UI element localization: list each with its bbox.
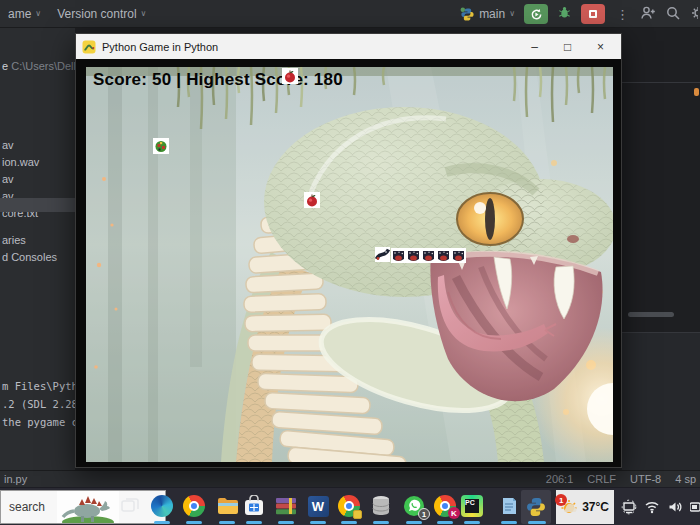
game-titlebar[interactable]: Python Game in Python – □ × xyxy=(76,34,621,59)
game-window-title: Python Game in Python xyxy=(102,41,218,53)
whatsapp-badge: 1 xyxy=(418,508,430,520)
food-apple-sprite xyxy=(304,192,320,208)
settings-button[interactable] xyxy=(690,5,698,24)
taskbar-app-store[interactable] xyxy=(241,493,267,519)
python-logo-icon xyxy=(525,496,547,518)
console-output-line: the pygame co xyxy=(2,416,75,428)
minimize-button[interactable]: – xyxy=(518,34,551,59)
system-tray xyxy=(600,490,700,524)
taskbar-app-pycharm[interactable]: PC xyxy=(459,493,485,519)
project-menu[interactable]: ame ∨ xyxy=(0,0,49,27)
tree-selected-row[interactable] xyxy=(0,198,75,212)
active-app-indicator xyxy=(154,521,170,524)
bug-icon xyxy=(557,5,572,20)
map-overlay-icon xyxy=(353,510,362,519)
active-app-indicator xyxy=(310,521,326,524)
tree-file-wav-1[interactable]: av xyxy=(2,139,14,151)
score-hud: Score: 50 | Highest Score: 180 xyxy=(93,70,343,90)
bonus-item-sprite xyxy=(153,138,169,154)
snake-head-sprite xyxy=(375,247,390,262)
stop-square-icon xyxy=(589,10,597,18)
search-everywhere-button[interactable] xyxy=(665,5,681,24)
editor-divider xyxy=(622,82,700,83)
project-panel: e C:\Users\Dell\D av ion.wav av av core.… xyxy=(0,28,75,470)
active-app-indicator xyxy=(186,521,202,524)
whatsapp-icon: 1 xyxy=(402,494,426,518)
volume-icon[interactable] xyxy=(667,499,683,515)
dinosaur-illustration xyxy=(57,491,119,523)
run-config-branch[interactable]: main ∨ xyxy=(460,7,515,22)
file-encoding[interactable]: UTF-8 xyxy=(630,473,661,485)
search-placeholder: search xyxy=(9,500,45,514)
caret-position[interactable]: 206:1 xyxy=(546,473,574,485)
desktop: ame ∨ Version control ∨ main ∨ xyxy=(0,0,700,525)
weather-sun-icon: 1 xyxy=(559,497,579,517)
taskbar-app-chrome-profile[interactable]: K xyxy=(432,493,458,519)
taskbar-app-database[interactable] xyxy=(368,493,394,519)
chrome-icon xyxy=(183,495,205,517)
project-menu-label: ame xyxy=(8,7,31,21)
cobra-background-art xyxy=(86,67,613,462)
taskbar-app-edge[interactable] xyxy=(149,493,175,519)
tree-scratches-consoles[interactable]: d Consoles xyxy=(2,251,57,263)
rerun-button[interactable] xyxy=(524,4,548,24)
more-actions-menu[interactable]: ⋮ xyxy=(614,7,631,22)
pycharm-icon: PC xyxy=(461,495,483,517)
project-root-dir: C:\Users\Dell\D xyxy=(11,60,75,72)
debug-button[interactable] xyxy=(557,5,572,23)
close-button[interactable]: × xyxy=(584,34,617,59)
tray-expand-chevron-icon[interactable] xyxy=(600,500,614,514)
taskbar-app-whatsapp[interactable]: 1 xyxy=(401,493,427,519)
chevron-down-icon: ∨ xyxy=(35,10,41,18)
taskbar-app-word[interactable]: W xyxy=(305,493,331,519)
run-tool-window xyxy=(622,332,700,470)
game-canvas[interactable]: Score: 50 | Highest Score: 180 xyxy=(76,59,621,467)
error-stripe-mark[interactable] xyxy=(694,88,699,96)
horizontal-scrollbar[interactable] xyxy=(628,312,674,317)
cast-device-icon[interactable] xyxy=(621,499,637,515)
maximize-button[interactable]: □ xyxy=(551,34,584,59)
snake-body-sprite xyxy=(406,248,421,263)
tree-external-libraries[interactable]: aries xyxy=(2,234,26,246)
line-separator[interactable]: CRLF xyxy=(587,473,616,485)
battery-icon[interactable] xyxy=(690,499,700,515)
taskbar-app-chrome-maps[interactable] xyxy=(336,493,362,519)
wifi-icon[interactable] xyxy=(644,499,660,515)
tree-file-wav-2[interactable]: ion.wav xyxy=(2,156,39,168)
active-app-indicator xyxy=(278,521,294,524)
code-with-me-button[interactable] xyxy=(640,5,656,24)
python-logo-icon xyxy=(460,7,475,22)
taskbar-app-notepad[interactable] xyxy=(496,493,522,519)
snake-body-sprite xyxy=(391,248,406,263)
gear-icon xyxy=(690,5,698,21)
indent-setting[interactable]: 4 sp xyxy=(675,473,696,485)
taskbar-app-winrar[interactable] xyxy=(273,493,299,519)
notepad-icon xyxy=(498,495,520,517)
taskbar-app-chrome[interactable] xyxy=(181,493,207,519)
chrome-icon: K xyxy=(434,495,456,517)
stop-button[interactable] xyxy=(581,4,605,24)
version-control-menu[interactable]: Version control ∨ xyxy=(49,0,154,27)
add-user-icon xyxy=(640,5,656,21)
chevron-down-icon: ∨ xyxy=(141,10,147,18)
project-root-path[interactable]: e C:\Users\Dell\D xyxy=(2,60,75,72)
winrar-icon xyxy=(274,495,298,517)
database-icon xyxy=(370,494,392,518)
windows-taskbar: search xyxy=(0,487,700,525)
search-icon xyxy=(665,5,681,21)
active-app-indicator xyxy=(373,521,389,524)
word-icon: W xyxy=(308,496,329,517)
ide-header: ame ∨ Version control ∨ main ∨ xyxy=(0,0,700,28)
active-app-indicator xyxy=(341,521,357,524)
version-control-label: Version control xyxy=(57,7,136,21)
taskbar-app-explorer[interactable] xyxy=(215,493,241,519)
task-view-button[interactable] xyxy=(117,493,143,519)
edge-icon xyxy=(151,495,173,517)
snake-body-sprite xyxy=(451,248,466,263)
task-view-icon xyxy=(120,496,140,516)
taskbar-app-python-game-active[interactable] xyxy=(521,490,551,524)
console-output-line: .2 (SDL 2.28.3 xyxy=(2,398,75,410)
ide-statusbar: in.py 206:1 CRLF UTF-8 4 sp xyxy=(0,470,700,487)
tree-file-wav-3[interactable]: av xyxy=(2,173,14,185)
git-branch-label: main xyxy=(479,7,505,21)
